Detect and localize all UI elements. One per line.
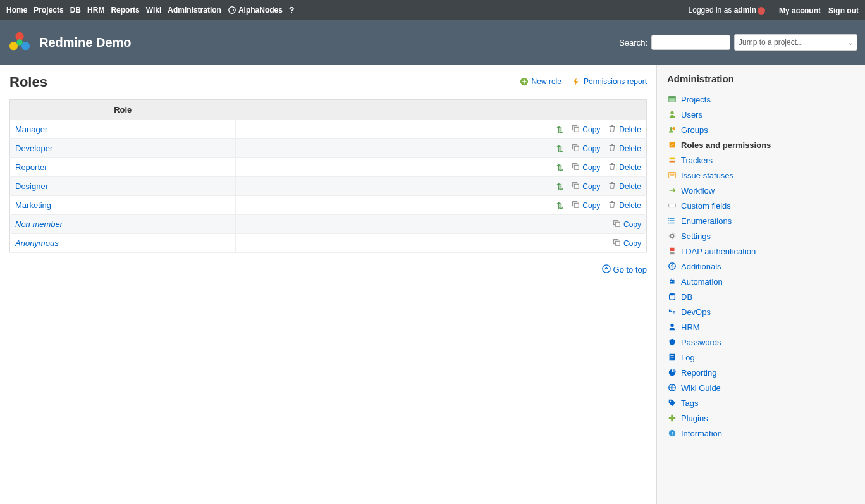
- sidebar-link[interactable]: Automation: [667, 276, 855, 286]
- tags-icon: [667, 398, 677, 408]
- svg-point-3: [21, 42, 30, 50]
- top-nav-sign-out[interactable]: Sign out: [828, 6, 859, 15]
- sidebar-link[interactable]: Custom fields: [667, 200, 855, 211]
- svg-rect-22: [669, 97, 676, 99]
- sidebar-link[interactable]: Settings: [667, 231, 855, 241]
- sidebar-link[interactable]: Tags: [667, 398, 855, 408]
- top-nav-projects[interactable]: Projects: [34, 6, 63, 15]
- role-link[interactable]: Designer: [15, 181, 48, 191]
- sidebar-link[interactable]: Issue statuses: [667, 170, 855, 180]
- svg-rect-15: [575, 203, 579, 207]
- sidebar-link[interactable]: LDAP authentication: [667, 246, 855, 256]
- copy-button[interactable]: Copy: [571, 181, 600, 192]
- sidebar-link[interactable]: Workflow: [667, 185, 855, 195]
- sidebar-link[interactable]: Additionals: [667, 261, 855, 271]
- sidebar-link[interactable]: HRM: [667, 322, 855, 332]
- role-link[interactable]: Marketing: [15, 200, 51, 210]
- users-icon: [667, 109, 677, 120]
- sidebar-item-ldap-authentication: LDAP authentication: [667, 243, 855, 259]
- reorder-handle-icon[interactable]: ⇅: [556, 182, 563, 192]
- delete-button[interactable]: Delete: [608, 181, 641, 192]
- top-nav-db[interactable]: DB: [70, 6, 81, 15]
- settings-icon: [667, 231, 677, 241]
- delete-button[interactable]: Delete: [608, 143, 641, 154]
- copy-button[interactable]: Copy: [612, 219, 641, 230]
- svg-point-31: [668, 218, 670, 219]
- svg-rect-30: [669, 204, 676, 207]
- reorder-handle-icon[interactable]: ⇅: [556, 144, 563, 154]
- copy-icon: [571, 143, 580, 154]
- log-icon: [667, 352, 677, 362]
- sidebar-link[interactable]: Trackers: [667, 155, 855, 165]
- top-nav-administration[interactable]: Administration: [168, 6, 221, 15]
- table-row: AnonymousCopy: [10, 234, 647, 253]
- sidebar-item-enumerations: Enumerations: [667, 213, 855, 228]
- top-nav-my-account[interactable]: My account: [779, 6, 821, 15]
- table-row: Non memberCopy: [10, 215, 647, 234]
- top-nav-alphanodes[interactable]: AlphaNodes: [228, 6, 283, 15]
- sidebar-link[interactable]: Roles and permissions: [667, 140, 855, 150]
- sidebar-link[interactable]: Plugins: [667, 413, 855, 423]
- svg-point-2: [9, 42, 18, 50]
- sidebar-link[interactable]: Wiki Guide: [667, 383, 855, 393]
- sidebar-link[interactable]: iInformation: [667, 428, 855, 438]
- reorder-handle-icon[interactable]: ⇅: [556, 201, 563, 211]
- add-icon: [519, 77, 529, 87]
- reporting-icon: [667, 367, 677, 378]
- sidebar-item-passwords: Passwords: [667, 335, 855, 350]
- main-content: New role Permissions report Roles Role M…: [0, 65, 656, 504]
- project-jump-dropdown[interactable]: Jump to a project... ⌄: [734, 34, 857, 51]
- role-link[interactable]: Anonymous: [15, 238, 59, 248]
- role-link[interactable]: Non member: [15, 219, 63, 229]
- search-input[interactable]: [651, 35, 730, 50]
- reorder-handle-icon[interactable]: ⇅: [556, 163, 563, 173]
- svg-rect-36: [670, 252, 675, 255]
- trash-icon: [608, 143, 617, 154]
- copy-button[interactable]: Copy: [612, 238, 641, 249]
- admin-sidebar: Administration ProjectsUsersGroupsRoles …: [656, 65, 865, 504]
- top-nav-wiki[interactable]: Wiki: [146, 6, 162, 15]
- delete-button[interactable]: Delete: [608, 124, 641, 135]
- sidebar-link[interactable]: Users: [667, 109, 855, 120]
- sidebar-link[interactable]: Projects: [667, 94, 855, 104]
- sidebar-item-wiki-guide: Wiki Guide: [667, 380, 855, 395]
- sidebar-link[interactable]: Groups: [667, 125, 855, 135]
- role-link[interactable]: Developer: [15, 144, 52, 153]
- sidebar-item-projects: Projects: [667, 92, 855, 107]
- svg-point-45: [670, 401, 672, 402]
- new-role-link[interactable]: New role: [519, 77, 561, 87]
- sidebar-title: Administration: [667, 73, 855, 84]
- statuses-icon: [667, 170, 677, 180]
- permissions-report-link[interactable]: Permissions report: [571, 77, 647, 87]
- copy-button[interactable]: Copy: [571, 162, 600, 173]
- sidebar-item-db: DB: [667, 289, 855, 304]
- copy-button[interactable]: Copy: [571, 143, 600, 154]
- app-logo: [8, 30, 32, 54]
- sidebar-link[interactable]: Log: [667, 352, 855, 362]
- copy-button[interactable]: Copy: [571, 124, 600, 135]
- role-link[interactable]: Manager: [15, 125, 47, 134]
- svg-rect-11: [575, 165, 579, 169]
- power-icon[interactable]: [758, 7, 765, 15]
- sidebar-item-trackers: Trackers: [667, 152, 855, 168]
- go-to-top-link[interactable]: Go to top: [602, 264, 647, 275]
- sidebar-item-custom-fields: Custom fields: [667, 198, 855, 213]
- top-nav-hrm[interactable]: HRM: [87, 6, 104, 15]
- sidebar-link[interactable]: DB: [667, 292, 855, 302]
- copy-button[interactable]: Copy: [571, 200, 600, 211]
- sidebar-link[interactable]: Passwords: [667, 337, 855, 347]
- top-nav-reports[interactable]: Reports: [111, 6, 139, 15]
- trash-icon: [608, 200, 617, 211]
- sidebar-item-workflow: Workflow: [667, 183, 855, 198]
- reorder-handle-icon[interactable]: ⇅: [556, 125, 563, 135]
- sidebar-link[interactable]: DevOps: [667, 307, 855, 317]
- delete-button[interactable]: Delete: [608, 200, 641, 211]
- top-nav-home[interactable]: Home: [6, 6, 27, 15]
- role-link[interactable]: Reporter: [15, 163, 47, 172]
- sidebar-item-log: Log: [667, 350, 855, 365]
- chevron-up-circle-icon: [602, 264, 611, 275]
- help-icon[interactable]: ?: [289, 5, 295, 15]
- delete-button[interactable]: Delete: [608, 162, 641, 173]
- sidebar-link[interactable]: Reporting: [667, 367, 855, 378]
- sidebar-link[interactable]: Enumerations: [667, 216, 855, 226]
